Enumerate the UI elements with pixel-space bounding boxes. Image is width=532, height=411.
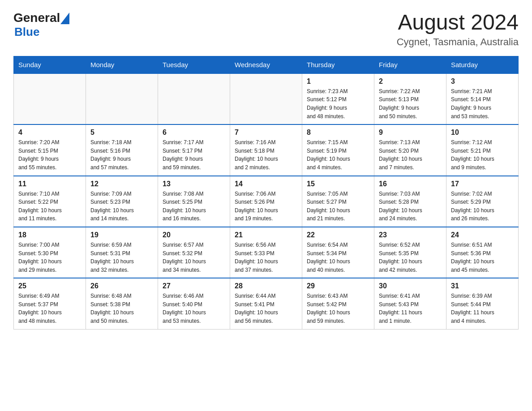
day-number: 15 bbox=[307, 180, 369, 188]
day-info: Sunrise: 6:41 AM Sunset: 5:43 PM Dayligh… bbox=[379, 292, 442, 325]
day-number: 19 bbox=[90, 231, 153, 239]
location-text: Cygnet, Tasmania, Australia bbox=[397, 36, 519, 48]
day-info: Sunrise: 7:17 AM Sunset: 5:17 PM Dayligh… bbox=[163, 138, 225, 171]
calendar-cell: 6Sunrise: 7:17 AM Sunset: 5:17 PM Daylig… bbox=[158, 124, 230, 176]
day-info: Sunrise: 7:13 AM Sunset: 5:20 PM Dayligh… bbox=[379, 138, 442, 171]
calendar-cell: 28Sunrise: 6:44 AM Sunset: 5:41 PM Dayli… bbox=[230, 278, 302, 329]
calendar-cell: 9Sunrise: 7:13 AM Sunset: 5:20 PM Daylig… bbox=[374, 124, 446, 176]
col-header-sunday: Sunday bbox=[14, 56, 86, 73]
day-number: 10 bbox=[451, 128, 514, 137]
calendar-cell bbox=[14, 73, 86, 124]
col-header-friday: Friday bbox=[374, 56, 446, 73]
day-number: 29 bbox=[307, 282, 369, 290]
day-info: Sunrise: 7:10 AM Sunset: 5:22 PM Dayligh… bbox=[18, 190, 81, 223]
calendar-cell: 3Sunrise: 7:21 AM Sunset: 5:14 PM Daylig… bbox=[446, 73, 519, 124]
logo-general-text: General bbox=[13, 11, 60, 25]
calendar-header-row: SundayMondayTuesdayWednesdayThursdayFrid… bbox=[14, 56, 519, 73]
day-info: Sunrise: 7:20 AM Sunset: 5:15 PM Dayligh… bbox=[18, 138, 81, 171]
day-number: 31 bbox=[451, 282, 514, 290]
header-right: August 2024 Cygnet, Tasmania, Australia bbox=[397, 11, 519, 48]
day-number: 17 bbox=[451, 180, 514, 188]
calendar-cell: 15Sunrise: 7:05 AM Sunset: 5:27 PM Dayli… bbox=[302, 176, 374, 227]
calendar-week-row: 4Sunrise: 7:20 AM Sunset: 5:15 PM Daylig… bbox=[14, 124, 519, 176]
logo-triangle-icon bbox=[60, 13, 69, 24]
day-number: 7 bbox=[235, 128, 297, 137]
day-number: 26 bbox=[90, 282, 153, 290]
calendar-cell bbox=[86, 73, 158, 124]
day-info: Sunrise: 6:57 AM Sunset: 5:32 PM Dayligh… bbox=[163, 241, 225, 274]
calendar-cell: 22Sunrise: 6:54 AM Sunset: 5:34 PM Dayli… bbox=[302, 227, 374, 278]
day-number: 6 bbox=[163, 128, 225, 137]
calendar-cell: 11Sunrise: 7:10 AM Sunset: 5:22 PM Dayli… bbox=[14, 176, 86, 227]
day-number: 18 bbox=[18, 231, 81, 239]
day-info: Sunrise: 7:03 AM Sunset: 5:28 PM Dayligh… bbox=[379, 190, 442, 223]
day-number: 5 bbox=[90, 128, 153, 137]
day-info: Sunrise: 6:51 AM Sunset: 5:36 PM Dayligh… bbox=[451, 241, 514, 274]
day-info: Sunrise: 7:02 AM Sunset: 5:29 PM Dayligh… bbox=[451, 190, 514, 223]
day-info: Sunrise: 7:05 AM Sunset: 5:27 PM Dayligh… bbox=[307, 190, 369, 223]
day-number: 14 bbox=[235, 180, 297, 188]
day-number: 12 bbox=[90, 180, 153, 188]
day-number: 27 bbox=[163, 282, 225, 290]
calendar-cell: 17Sunrise: 7:02 AM Sunset: 5:29 PM Dayli… bbox=[446, 176, 519, 227]
day-number: 28 bbox=[235, 282, 297, 290]
calendar-cell: 14Sunrise: 7:06 AM Sunset: 5:26 PM Dayli… bbox=[230, 176, 302, 227]
day-info: Sunrise: 6:43 AM Sunset: 5:42 PM Dayligh… bbox=[307, 292, 369, 325]
day-number: 22 bbox=[307, 231, 369, 239]
day-info: Sunrise: 6:39 AM Sunset: 5:44 PM Dayligh… bbox=[451, 292, 514, 325]
day-number: 9 bbox=[379, 128, 442, 137]
logo-blue-text: Blue bbox=[14, 25, 39, 39]
calendar-table: SundayMondayTuesdayWednesdayThursdayFrid… bbox=[13, 56, 519, 330]
day-info: Sunrise: 7:23 AM Sunset: 5:12 PM Dayligh… bbox=[307, 87, 369, 120]
calendar-cell: 12Sunrise: 7:09 AM Sunset: 5:23 PM Dayli… bbox=[86, 176, 158, 227]
day-info: Sunrise: 7:12 AM Sunset: 5:21 PM Dayligh… bbox=[451, 138, 514, 171]
calendar-cell: 27Sunrise: 6:46 AM Sunset: 5:40 PM Dayli… bbox=[158, 278, 230, 329]
calendar-cell: 25Sunrise: 6:49 AM Sunset: 5:37 PM Dayli… bbox=[14, 278, 86, 329]
calendar-cell: 29Sunrise: 6:43 AM Sunset: 5:42 PM Dayli… bbox=[302, 278, 374, 329]
day-number: 8 bbox=[307, 128, 369, 137]
day-info: Sunrise: 7:08 AM Sunset: 5:25 PM Dayligh… bbox=[163, 190, 225, 223]
day-info: Sunrise: 6:59 AM Sunset: 5:31 PM Dayligh… bbox=[90, 241, 153, 274]
day-info: Sunrise: 6:54 AM Sunset: 5:34 PM Dayligh… bbox=[307, 241, 369, 274]
svg-marker-0 bbox=[60, 13, 69, 24]
calendar-week-row: 18Sunrise: 7:00 AM Sunset: 5:30 PM Dayli… bbox=[14, 227, 519, 278]
day-number: 1 bbox=[307, 77, 369, 86]
calendar-cell: 16Sunrise: 7:03 AM Sunset: 5:28 PM Dayli… bbox=[374, 176, 446, 227]
day-info: Sunrise: 6:46 AM Sunset: 5:40 PM Dayligh… bbox=[163, 292, 225, 325]
calendar-cell: 5Sunrise: 7:18 AM Sunset: 5:16 PM Daylig… bbox=[86, 124, 158, 176]
col-header-thursday: Thursday bbox=[302, 56, 374, 73]
calendar-cell bbox=[158, 73, 230, 124]
day-number: 3 bbox=[451, 77, 514, 86]
day-info: Sunrise: 6:44 AM Sunset: 5:41 PM Dayligh… bbox=[235, 292, 297, 325]
calendar-cell: 24Sunrise: 6:51 AM Sunset: 5:36 PM Dayli… bbox=[446, 227, 519, 278]
calendar-cell: 7Sunrise: 7:16 AM Sunset: 5:18 PM Daylig… bbox=[230, 124, 302, 176]
col-header-tuesday: Tuesday bbox=[158, 56, 230, 73]
calendar-cell: 30Sunrise: 6:41 AM Sunset: 5:43 PM Dayli… bbox=[374, 278, 446, 329]
calendar-cell: 23Sunrise: 6:52 AM Sunset: 5:35 PM Dayli… bbox=[374, 227, 446, 278]
col-header-wednesday: Wednesday bbox=[230, 56, 302, 73]
day-info: Sunrise: 6:49 AM Sunset: 5:37 PM Dayligh… bbox=[18, 292, 81, 325]
calendar-cell: 2Sunrise: 7:22 AM Sunset: 5:13 PM Daylig… bbox=[374, 73, 446, 124]
day-info: Sunrise: 7:00 AM Sunset: 5:30 PM Dayligh… bbox=[18, 241, 81, 274]
day-info: Sunrise: 7:15 AM Sunset: 5:19 PM Dayligh… bbox=[307, 138, 369, 171]
day-number: 20 bbox=[163, 231, 225, 239]
calendar-cell: 31Sunrise: 6:39 AM Sunset: 5:44 PM Dayli… bbox=[446, 278, 519, 329]
day-info: Sunrise: 6:56 AM Sunset: 5:33 PM Dayligh… bbox=[235, 241, 297, 274]
calendar-cell: 26Sunrise: 6:48 AM Sunset: 5:38 PM Dayli… bbox=[86, 278, 158, 329]
day-number: 13 bbox=[163, 180, 225, 188]
calendar-cell bbox=[230, 73, 302, 124]
calendar-week-row: 25Sunrise: 6:49 AM Sunset: 5:37 PM Dayli… bbox=[14, 278, 519, 329]
calendar-cell: 19Sunrise: 6:59 AM Sunset: 5:31 PM Dayli… bbox=[86, 227, 158, 278]
day-info: Sunrise: 7:06 AM Sunset: 5:26 PM Dayligh… bbox=[235, 190, 297, 223]
col-header-saturday: Saturday bbox=[446, 56, 519, 73]
day-number: 16 bbox=[379, 180, 442, 188]
day-info: Sunrise: 7:21 AM Sunset: 5:14 PM Dayligh… bbox=[451, 87, 514, 120]
day-number: 11 bbox=[18, 180, 81, 188]
calendar-cell: 18Sunrise: 7:00 AM Sunset: 5:30 PM Dayli… bbox=[14, 227, 86, 278]
calendar-week-row: 11Sunrise: 7:10 AM Sunset: 5:22 PM Dayli… bbox=[14, 176, 519, 227]
calendar-cell: 13Sunrise: 7:08 AM Sunset: 5:25 PM Dayli… bbox=[158, 176, 230, 227]
calendar-cell: 21Sunrise: 6:56 AM Sunset: 5:33 PM Dayli… bbox=[230, 227, 302, 278]
day-info: Sunrise: 7:18 AM Sunset: 5:16 PM Dayligh… bbox=[90, 138, 153, 171]
calendar-cell: 1Sunrise: 7:23 AM Sunset: 5:12 PM Daylig… bbox=[302, 73, 374, 124]
day-number: 23 bbox=[379, 231, 442, 239]
